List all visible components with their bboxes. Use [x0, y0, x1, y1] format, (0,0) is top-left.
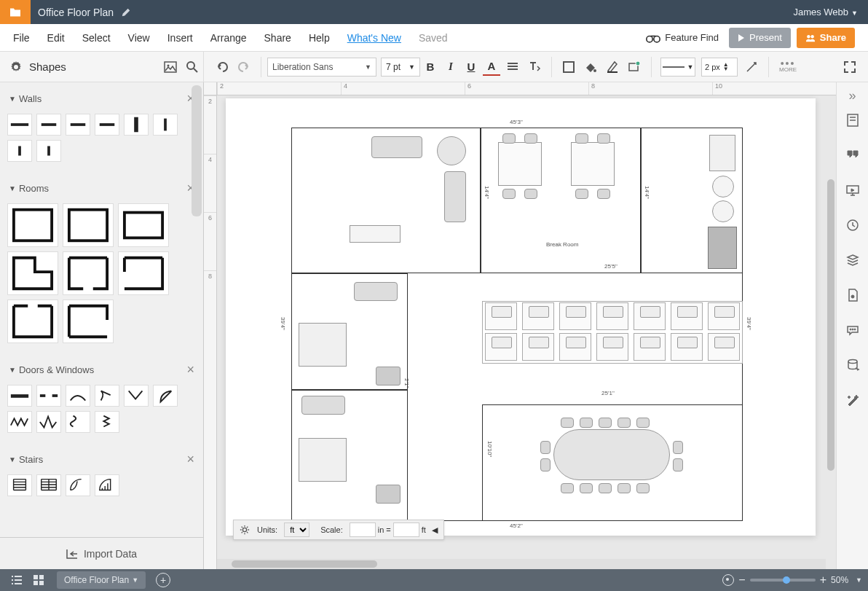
- canvas-page[interactable]: 45'3" 45'2" 39'4" 39'4" Break Room 14'4"…: [226, 98, 816, 536]
- chair[interactable]: [376, 367, 401, 385]
- undo-icon[interactable]: [216, 60, 229, 74]
- room-shape[interactable]: [7, 300, 58, 343]
- door-shape[interactable]: [36, 411, 61, 433]
- chair[interactable]: [376, 485, 401, 504]
- line-style-select[interactable]: ▼: [660, 58, 695, 77]
- menu-whats-new[interactable]: What's New: [347, 32, 401, 44]
- list-view-icon[interactable]: [10, 574, 23, 587]
- wall-shape[interactable]: [36, 140, 61, 162]
- door-shape[interactable]: [7, 385, 32, 407]
- table[interactable]: [571, 142, 615, 186]
- zoom-level[interactable]: 50%: [831, 575, 848, 585]
- history-icon[interactable]: [845, 218, 860, 232]
- italic-button[interactable]: I: [442, 58, 459, 76]
- units-select[interactable]: ft: [284, 522, 309, 537]
- chat-icon[interactable]: [845, 323, 860, 337]
- canvas-area[interactable]: 246810 2468 45'3" 45'2" 39'4" 39'4" Brea…: [204, 82, 836, 569]
- bold-button[interactable]: B: [422, 58, 439, 76]
- workstation[interactable]: [708, 333, 740, 361]
- sofa[interactable]: [301, 396, 345, 415]
- align-icon[interactable]: [506, 60, 519, 74]
- menu-view[interactable]: View: [128, 32, 150, 44]
- room-shape[interactable]: [63, 251, 114, 295]
- workstation[interactable]: [634, 302, 666, 330]
- round-table[interactable]: [437, 136, 466, 165]
- stair-shape[interactable]: [95, 474, 119, 496]
- zoom-out-button[interactable]: −: [738, 574, 745, 587]
- canvas-v-scrollbar[interactable]: [826, 165, 836, 591]
- wall-shape[interactable]: [124, 114, 149, 136]
- workstation[interactable]: [485, 302, 517, 330]
- wall-shape[interactable]: [95, 114, 119, 136]
- room-shape[interactable]: [63, 300, 114, 343]
- workstation[interactable]: [485, 333, 517, 361]
- menu-insert[interactable]: Insert: [167, 32, 193, 44]
- close-section-icon[interactable]: ×: [186, 452, 194, 467]
- units-collapse-icon[interactable]: ◀: [432, 525, 438, 535]
- present-button[interactable]: Present: [729, 28, 791, 48]
- layers-icon[interactable]: [845, 253, 860, 267]
- workstation[interactable]: [708, 302, 740, 330]
- door-shape[interactable]: [95, 411, 119, 433]
- add-page-button[interactable]: +: [156, 573, 170, 587]
- redo-icon[interactable]: [237, 60, 250, 74]
- page-tab[interactable]: Office Floor Plan▼: [57, 571, 146, 589]
- wall-shape[interactable]: [7, 140, 32, 162]
- comments-icon[interactable]: [845, 148, 860, 163]
- collapse-right-panel-icon[interactable]: »: [848, 88, 856, 103]
- underline-button[interactable]: U: [462, 58, 480, 76]
- stair-shape[interactable]: [66, 474, 90, 496]
- fill-bucket-icon[interactable]: [584, 60, 597, 74]
- workstation[interactable]: [671, 333, 703, 361]
- section-header-walls[interactable]: ▼Walls×: [7, 88, 196, 109]
- data-icon[interactable]: [845, 358, 860, 372]
- stroke-width-select[interactable]: 2 px▲▼: [701, 58, 738, 77]
- menu-select[interactable]: Select: [82, 32, 111, 44]
- presentation-icon[interactable]: [845, 183, 860, 197]
- workstation[interactable]: [559, 302, 591, 330]
- font-size-select[interactable]: 7 pt▼: [381, 58, 420, 77]
- share-button[interactable]: Share: [797, 28, 855, 48]
- zoom-in-button[interactable]: +: [820, 574, 826, 587]
- workstation[interactable]: [671, 302, 703, 330]
- l-desk[interactable]: [299, 323, 347, 367]
- workstation[interactable]: [634, 333, 666, 361]
- grid-view-icon[interactable]: [32, 574, 45, 587]
- shapes-gear-icon[interactable]: [10, 61, 22, 73]
- document-title[interactable]: Office Floor Plan: [31, 7, 121, 18]
- canvas-h-scrollbar[interactable]: [217, 559, 836, 569]
- room-shape[interactable]: [118, 251, 169, 295]
- door-shape[interactable]: [153, 385, 178, 407]
- workstation[interactable]: [559, 333, 591, 361]
- image-icon[interactable]: [164, 60, 177, 74]
- stair-shape[interactable]: [7, 474, 32, 496]
- scale-input-to[interactable]: [393, 522, 419, 537]
- line-options-icon[interactable]: [745, 60, 758, 74]
- fullscreen-icon[interactable]: [843, 60, 856, 74]
- text-options-icon[interactable]: [528, 60, 541, 74]
- door-shape[interactable]: [95, 385, 119, 407]
- wall-shape[interactable]: [36, 114, 61, 136]
- room-shape[interactable]: [7, 251, 58, 295]
- menu-edit[interactable]: Edit: [47, 32, 65, 44]
- border-color-icon[interactable]: [606, 60, 619, 74]
- room-shape[interactable]: [118, 203, 169, 247]
- shape-fill-icon[interactable]: [562, 60, 575, 74]
- menu-file[interactable]: File: [13, 32, 30, 44]
- appliance[interactable]: [709, 135, 735, 171]
- door-shape[interactable]: [124, 385, 149, 407]
- workstation[interactable]: [522, 302, 554, 330]
- section-header-stairs[interactable]: ▼Stairs×: [7, 449, 196, 470]
- page-settings-icon[interactable]: [845, 113, 860, 128]
- font-family-select[interactable]: Liberation Sans▼: [267, 58, 376, 77]
- user-menu[interactable]: James Webb▼: [783, 7, 868, 17]
- workstation[interactable]: [596, 302, 628, 330]
- door-shape[interactable]: [36, 385, 61, 407]
- zoom-fit-icon[interactable]: [722, 574, 734, 586]
- room-shape[interactable]: [63, 203, 114, 247]
- door-shape[interactable]: [66, 385, 90, 407]
- scale-input-from[interactable]: [350, 522, 376, 537]
- text-color-button[interactable]: A: [483, 58, 500, 76]
- door-shape[interactable]: [66, 411, 90, 433]
- close-section-icon[interactable]: ×: [186, 362, 194, 377]
